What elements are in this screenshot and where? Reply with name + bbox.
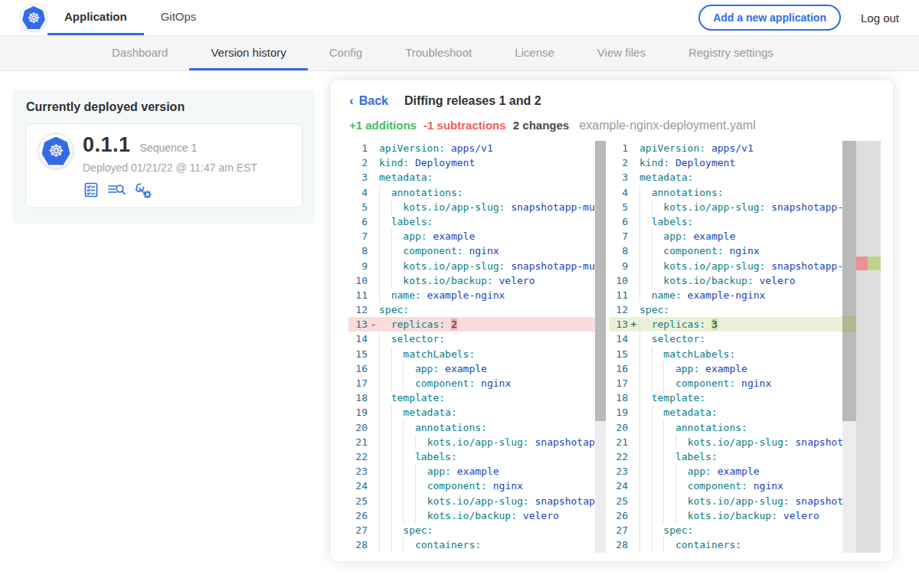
code-line: 14 selector:	[609, 332, 842, 346]
code-text: apiVersion: apps/v1	[639, 141, 842, 155]
logout-link[interactable]: Log out	[861, 11, 899, 24]
line-number: 19	[609, 405, 628, 420]
diff-sign: -	[368, 317, 379, 332]
line-gutter: 18	[348, 390, 379, 405]
code-content: metadata:	[379, 405, 595, 420]
diff-pane-modified[interactable]: 1apiVersion: apps/v12kind: Deployment3me…	[609, 141, 881, 553]
line-number: 6	[348, 214, 368, 229]
subnav-tab-version-history[interactable]: Version history	[189, 36, 307, 70]
diff-sign	[368, 170, 379, 185]
diff-sign	[628, 347, 639, 361]
line-number: 20	[348, 420, 368, 435]
line-number: 15	[609, 347, 628, 361]
line-gutter: 12	[348, 302, 379, 317]
tab-gitops[interactable]: GitOps	[144, 0, 214, 35]
line-gutter: 22	[609, 449, 639, 464]
scrollbar-thumb[interactable]	[842, 141, 856, 421]
diff-sign	[368, 229, 379, 243]
subnav-label: Registry settings	[688, 46, 773, 59]
code-line: 4 annotations:	[348, 185, 595, 200]
deploy-logs-button[interactable]	[107, 181, 126, 198]
subnav-tab-view-files[interactable]: View files	[576, 36, 667, 70]
sequence-label: Sequence 1	[140, 142, 198, 154]
code-content: labels:	[639, 214, 842, 229]
ruler-added-mark	[868, 256, 881, 270]
main-content: Currently deployed version ☸ 0.1.1 Seque…	[0, 71, 919, 587]
subnav-tab-config[interactable]: Config	[308, 36, 384, 70]
line-number: 3	[609, 170, 628, 185]
subnav-tab-registry-settings[interactable]: Registry settings	[667, 36, 795, 70]
line-number: 1	[348, 141, 368, 155]
code-line: 17 component: nginx	[609, 376, 842, 390]
diff-sign	[628, 185, 639, 200]
code-text: labels:	[639, 449, 842, 464]
code-line: 4 annotations:	[609, 185, 842, 200]
code-content: kots.io/app-slug: snapshotap	[639, 435, 842, 449]
line-gutter: 24	[609, 479, 639, 493]
diff-sign	[368, 332, 379, 346]
diff-sign	[628, 302, 639, 317]
code-text: component: nginx	[379, 243, 595, 258]
add-application-button[interactable]: Add a new application	[698, 5, 841, 31]
line-gutter: 23	[348, 464, 379, 479]
code-content: labels:	[379, 449, 595, 464]
scrollbar-thumb[interactable]	[595, 141, 606, 421]
code-text: labels:	[379, 449, 595, 464]
code-content: app: example	[639, 361, 842, 376]
code-text: app: example	[639, 361, 842, 376]
code-text: replicas: 3	[639, 317, 842, 332]
release-notes-button[interactable]	[83, 181, 100, 198]
line-number: 9	[609, 259, 628, 273]
line-gutter: 11	[348, 288, 379, 302]
line-gutter: 22	[348, 449, 379, 464]
edit-config-icon	[134, 181, 152, 198]
line-gutter: 8	[609, 243, 639, 258]
diff-sign	[628, 141, 639, 155]
diff-sign	[628, 332, 639, 346]
code-text: metadata:	[379, 405, 595, 420]
line-number: 7	[609, 229, 628, 243]
code-content: name: example-nginx	[379, 288, 595, 302]
code-content: annotations:	[639, 185, 842, 200]
code-content: annotations:	[639, 420, 842, 435]
code-content: apiVersion: apps/v1	[639, 141, 842, 155]
code-content: name: example-nginx	[639, 288, 842, 302]
subnav-tab-dashboard[interactable]: Dashboard	[90, 36, 189, 70]
line-gutter: 4	[348, 185, 379, 200]
diff-sign	[368, 420, 379, 435]
scrollbar-track[interactable]	[842, 141, 856, 553]
diff-stats: +1 additions -1 subtractions 2 changes e…	[349, 119, 875, 132]
code-content: kots.io/backup: velero	[639, 273, 842, 288]
edit-config-button[interactable]	[134, 181, 152, 198]
code-content: kots.io/backup: velero	[379, 508, 595, 523]
code-text: app: example	[379, 464, 595, 479]
back-link[interactable]: ‹ Back	[349, 93, 388, 109]
code-line: 27 spec:	[609, 523, 842, 537]
code-content: spec:	[639, 523, 842, 537]
code-content: metadata:	[639, 170, 842, 185]
code-content: app: example	[379, 464, 595, 479]
code-text: apiVersion: apps/v1	[379, 141, 595, 155]
diff-pane-original[interactable]: 1apiVersion: apps/v12kind: Deployment3me…	[348, 141, 606, 553]
tab-application[interactable]: Application	[47, 0, 144, 35]
diff-sign	[628, 464, 639, 479]
line-gutter: 2	[609, 155, 639, 170]
line-number: 8	[609, 243, 628, 258]
line-gutter: 12	[609, 302, 639, 317]
helm-wheel-icon: ☸	[48, 142, 64, 160]
scrollbar-track[interactable]	[595, 141, 606, 553]
version-number: 0.1.1	[83, 133, 131, 157]
code-text: name: example-nginx	[379, 288, 595, 302]
code-text: replicas: 2	[379, 317, 595, 332]
code-line: 19 metadata:	[348, 405, 595, 420]
subnav-tab-troubleshoot[interactable]: Troubleshoot	[384, 36, 493, 70]
line-gutter: 19	[348, 405, 379, 420]
subnav-tab-license[interactable]: License	[493, 36, 576, 70]
code-text: labels:	[379, 214, 595, 229]
code-text: kots.io/app-slug: snapshotapp-mu	[639, 259, 842, 273]
line-number: 12	[609, 302, 628, 317]
code-text: kots.io/app-slug: snapshotapp-mu	[379, 259, 595, 273]
line-number: 28	[609, 537, 628, 552]
app-logo-icon: ☸	[38, 133, 74, 168]
code-line: 16 app: example	[609, 361, 842, 376]
